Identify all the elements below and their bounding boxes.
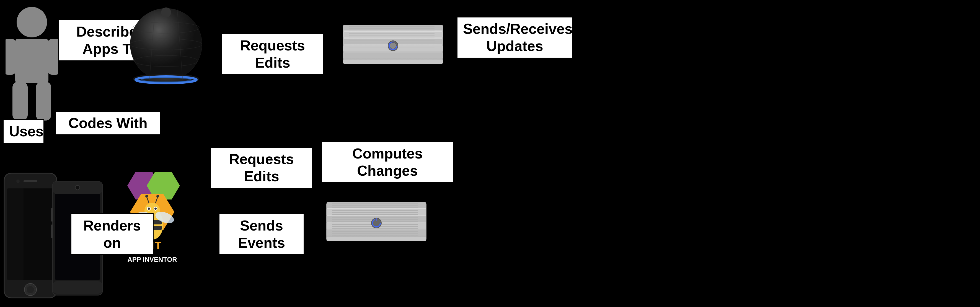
person-icon [6, 6, 58, 122]
echo-dot-icon [127, 6, 205, 94]
svg-rect-81 [326, 202, 426, 208]
svg-rect-4 [13, 82, 28, 120]
svg-point-0 [17, 7, 47, 37]
svg-point-70 [148, 208, 150, 210]
codes-with-label: Codes With [55, 111, 161, 135]
svg-point-73 [145, 195, 148, 198]
requests-edits-top-label: Requests Edits [221, 33, 324, 75]
uses-label: Uses [3, 119, 44, 144]
svg-point-75 [156, 195, 159, 198]
svg-rect-82 [326, 209, 426, 215]
sends-receives-updates-label: Sends/Receives Updates [457, 17, 573, 58]
svg-rect-58 [51, 224, 53, 238]
svg-rect-5 [36, 82, 51, 120]
svg-point-41 [390, 42, 396, 49]
svg-rect-19 [343, 25, 443, 30]
svg-point-49 [27, 286, 34, 293]
renders-on-label: Renders on [71, 213, 154, 255]
svg-rect-24 [343, 59, 443, 64]
server-top-icon [340, 17, 445, 67]
svg-point-56 [75, 185, 80, 190]
svg-rect-2 [6, 39, 17, 75]
svg-rect-1 [15, 39, 48, 83]
svg-rect-57 [51, 208, 53, 222]
svg-text:APP INVENTOR: APP INVENTOR [127, 256, 177, 263]
svg-rect-86 [326, 237, 426, 241]
svg-rect-85 [326, 230, 426, 235]
svg-rect-23 [343, 53, 443, 58]
svg-point-51 [16, 179, 20, 183]
svg-rect-60 [52, 281, 102, 294]
computes-changes-label: Computes Changes [321, 141, 454, 183]
svg-point-71 [154, 208, 157, 210]
sends-events-label: Sends Events [219, 213, 304, 255]
svg-rect-3 [47, 39, 58, 75]
phone-1-icon [3, 172, 58, 299]
svg-rect-50 [24, 180, 37, 182]
server-bottom-icon [324, 194, 429, 244]
svg-rect-47 [7, 189, 24, 280]
svg-rect-20 [343, 32, 443, 37]
requests-edits-bottom-label: Requests Edits [210, 147, 313, 189]
